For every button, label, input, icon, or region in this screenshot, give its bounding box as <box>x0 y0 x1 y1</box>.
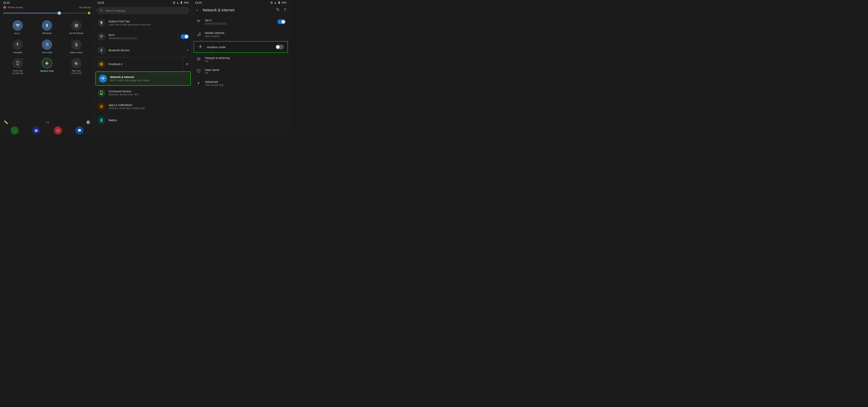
apps-subtitle: Assistant, recent apps, default apps <box>108 107 189 110</box>
tile-airplane-mode[interactable]: Airplane mode <box>32 56 62 77</box>
airplane-network-text: Airplane mode <box>207 46 272 49</box>
hotspot-network-text: Hotspot & tethering Off <box>205 56 286 63</box>
hotspot-network-icon <box>196 57 201 62</box>
tile-flashlight[interactable]: Flashlight <box>3 37 32 56</box>
brightness-slider-container[interactable]: ☀️ <box>0 10 94 17</box>
network-items-list: Wi-Fi NetworkNameHidden Mobile network A… <box>192 15 289 89</box>
pixel-tips-subtitle: Learn how to take great photos and more <box>108 23 189 26</box>
network-item-airplane[interactable]: Airplane mode <box>193 41 288 53</box>
wifi-toggle-3[interactable] <box>277 20 285 24</box>
connected-devices-subtitle: Bluetooth, driving mode, NFC <box>108 93 189 96</box>
settings-list-panel: 13:23 🔕 ▲ 🔋 64% Search settings Explore … <box>94 0 192 136</box>
settings-item-connected-devices[interactable]: Connected devices Bluetooth, driving mod… <box>94 86 192 100</box>
brightness-slider[interactable] <box>3 13 86 13</box>
quick-settings-panel: 13:22 🔕 Phone muted No service ☀️ Wi-Fi … <box>0 0 94 136</box>
tile-autorotate[interactable]: Auto-rotate <box>32 37 62 56</box>
phone-app-icon[interactable]: 📞 <box>10 126 19 135</box>
wifi-network-name: NetworkName <box>123 37 137 40</box>
network-item-advanced[interactable]: ▼ Advanced VPN, Private DNS <box>192 78 289 89</box>
wifi-settings-text: Wi-Fi Connected to NetworkName <box>108 33 175 40</box>
battery-saver-tile-label: Battery Saver <box>70 51 83 54</box>
network-item-hotspot[interactable]: Hotspot & tethering Off <box>192 54 289 65</box>
brightness-icon: ☀️ <box>87 11 91 15</box>
freebuds-icon <box>97 60 105 68</box>
battery-percent-2: 64% <box>184 1 189 4</box>
edit-icon[interactable]: ✏️ <box>4 120 8 124</box>
tile-mobile-data[interactable]: ✕ Mobile dataNo SIM card <box>3 56 32 77</box>
bluetooth-tile-icon <box>42 20 52 31</box>
tile-wifi[interactable]: Wi-Fi · <box>3 18 32 37</box>
battery-settings-icon <box>97 116 105 124</box>
time-display-2: 13:23 <box>97 1 104 4</box>
night-light-tile-label: Night LightOn at 22:00 <box>71 69 82 75</box>
bluetooth-actions: + <box>184 47 189 54</box>
time-display-1: 13:22 <box>3 1 10 4</box>
tile-night-light[interactable]: Night LightOn at 22:00 <box>62 56 91 77</box>
right-border <box>289 0 289 136</box>
no-service-label: No service <box>79 6 91 9</box>
pixel-tips-title: Explore Pixel Tips <box>108 20 189 23</box>
network-title-heading: Network & internet <box>203 8 273 12</box>
network-item-data-saver[interactable]: Data Saver Off <box>192 65 289 78</box>
mobile-network-text: Mobile network Add a network <box>205 31 286 37</box>
bluetooth-settings-title: Bluetooth devices <box>108 49 181 52</box>
battery-saver-tile-icon <box>71 39 82 50</box>
brightness-thumb[interactable] <box>58 11 61 15</box>
settings-item-freebuds[interactable]: FreeBuds 3 ⚙ <box>94 57 192 71</box>
apps-title: Apps & notifications <box>108 104 189 107</box>
data-saver-text: Data Saver Off <box>205 68 286 75</box>
mobile-data-tile-icon: ✕ <box>12 58 23 68</box>
settings-gear-icon[interactable]: ⚙️ <box>86 120 90 124</box>
wifi-status-icon: ▲ <box>177 1 179 4</box>
airplane-toggle-thumb <box>276 45 280 49</box>
mobile-network-icon <box>196 32 201 37</box>
settings-item-network[interactable]: Network & internet Wi-Fi, mobile, data u… <box>95 71 191 86</box>
chrome-app-icon[interactable]: 🌐 <box>54 126 62 135</box>
wifi-network-subtitle: NetworkNameHidden <box>205 22 268 25</box>
bluetooth-add-icon[interactable]: + <box>186 48 189 53</box>
mobile-network-title: Mobile network <box>205 31 286 34</box>
muted-left: 🔕 Phone muted <box>3 6 23 9</box>
settings-item-pixel-tips[interactable]: Explore Pixel Tips Learn how to take gre… <box>94 16 192 30</box>
wifi-tile-label: Wi-Fi <box>14 32 20 35</box>
settings-item-bluetooth[interactable]: Bluetooth devices + <box>94 43 192 57</box>
battery-percent-3: 64% <box>282 1 286 4</box>
settings-item-wifi[interactable]: Wi-Fi Connected to NetworkName <box>94 30 192 43</box>
dot-2 <box>48 122 49 123</box>
status-bar-3: 13:23 🔕 ▲ 🔋 64% <box>192 0 289 5</box>
tile-battery-saver[interactable]: Battery Saver <box>62 37 91 56</box>
time-display-3: 13:23 <box>195 1 202 4</box>
wifi-settings-subtitle: Connected to NetworkName <box>108 37 175 40</box>
settings-search-bar[interactable]: Search settings <box>97 7 189 14</box>
airplane-tile-icon <box>42 58 52 68</box>
network-item-wifi[interactable]: Wi-Fi NetworkNameHidden <box>192 15 289 29</box>
bluetooth-settings-text: Bluetooth devices <box>108 49 181 52</box>
pixel-tips-icon <box>97 19 105 27</box>
apps-text: Apps & notifications Assistant, recent a… <box>108 104 189 110</box>
wifi-actions <box>178 33 189 40</box>
freebuds-actions: ⚙ <box>183 60 189 68</box>
advanced-text: Advanced VPN, Private DNS <box>205 80 286 86</box>
battery-settings-text: Battery <box>108 119 189 122</box>
wifi-toggle[interactable] <box>181 34 189 39</box>
maps-app-icon[interactable]: 🗺️ <box>32 126 40 135</box>
network-detail-panel: 13:23 🔕 ▲ 🔋 64% ← Network & internet ? <box>192 0 289 136</box>
messages-app-icon[interactable]: 💬 <box>75 126 84 135</box>
battery-icon-3: 🔋 <box>278 1 281 4</box>
freebuds-gear-icon[interactable]: ⚙ <box>186 62 189 66</box>
battery-settings-title: Battery <box>108 119 189 122</box>
tile-dnd[interactable]: Do Not Disturb <box>62 18 91 37</box>
connected-devices-icon <box>97 89 105 97</box>
flashlight-tile-icon <box>12 39 23 50</box>
tile-bluetooth[interactable]: Bluetooth <box>32 18 62 37</box>
search-action-icon[interactable] <box>275 6 281 14</box>
battery-status-icon: 🔋 <box>180 1 183 4</box>
back-button[interactable]: ← <box>194 7 200 13</box>
network-item-mobile[interactable]: Mobile network Add a network <box>192 29 289 40</box>
wifi-network-name-3: NetworkNameHidden <box>205 22 227 25</box>
settings-item-apps[interactable]: Apps & notifications Assistant, recent a… <box>94 100 192 113</box>
settings-item-battery[interactable]: Battery <box>94 113 192 127</box>
wifi-toggle-thumb-3 <box>281 20 285 24</box>
airplane-toggle[interactable] <box>276 45 284 49</box>
help-action-icon[interactable]: ? <box>283 6 287 14</box>
